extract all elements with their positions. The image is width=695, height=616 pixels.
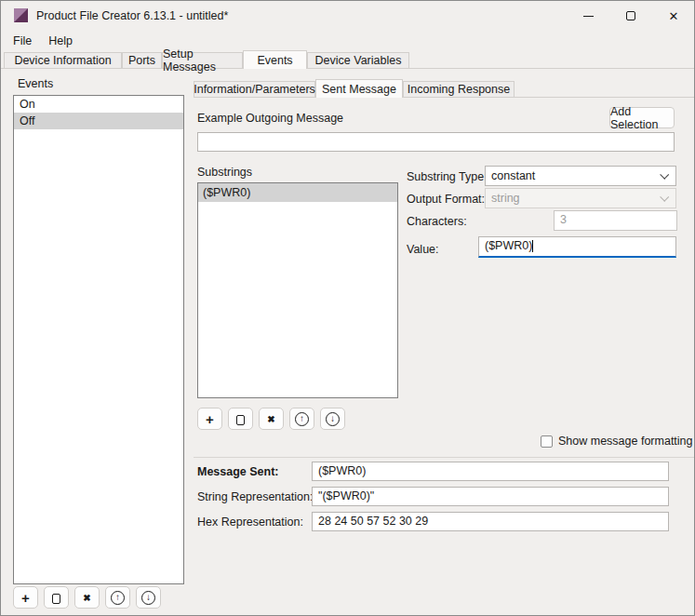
- show-message-formatting-row: Show message formatting: [541, 435, 693, 448]
- substring-item[interactable]: ($PWR0): [198, 183, 397, 202]
- example-outgoing-message-input[interactable]: [197, 132, 675, 152]
- text-caret: [532, 240, 533, 252]
- tab-device-information[interactable]: Device Information: [4, 52, 122, 68]
- message-sent-field: ($PWR0): [312, 462, 669, 481]
- app-window: Product File Creator 6.13.1 - untitled* …: [0, 0, 695, 616]
- events-add-button[interactable]: +: [13, 586, 38, 609]
- example-outgoing-message-label: Example Outgoing Message: [197, 112, 343, 125]
- duplicate-icon: [236, 415, 245, 425]
- output-format-label: Output Format:: [407, 193, 485, 206]
- tab-device-variables[interactable]: Device Variables: [307, 52, 409, 68]
- tab-ports[interactable]: Ports: [122, 52, 162, 68]
- close-icon: ✕: [669, 9, 679, 23]
- arrow-down-icon: ↓: [141, 591, 155, 605]
- events-delete-button[interactable]: ✖: [74, 586, 100, 609]
- arrow-up-icon: ↑: [111, 591, 125, 605]
- list-item-off[interactable]: Off: [14, 113, 183, 129]
- substring-move-up-button[interactable]: ↑: [289, 408, 314, 430]
- minimize-button[interactable]: [567, 1, 609, 31]
- list-item-on[interactable]: On: [14, 96, 183, 113]
- main-tab-bar: Device Information Ports Setup Messages …: [4, 50, 409, 69]
- value-input[interactable]: ($PWR0): [478, 236, 676, 258]
- title-bar: Product File Creator 6.13.1 - untitled* …: [1, 1, 694, 31]
- chevron-down-icon: [660, 170, 669, 180]
- substrings-label: Substrings: [197, 166, 252, 179]
- message-sent-label: Message Sent:: [197, 465, 279, 478]
- output-format-value: string: [491, 192, 520, 205]
- menu-help[interactable]: Help: [40, 32, 81, 50]
- substring-type-value: constant: [491, 169, 535, 182]
- chevron-down-icon: [660, 193, 669, 202]
- results-separator: [194, 457, 695, 458]
- plus-icon: +: [206, 412, 214, 426]
- window-title: Product File Creator 6.13.1 - untitled*: [36, 9, 228, 22]
- substring-move-down-button[interactable]: ↓: [320, 408, 345, 430]
- output-format-select: string: [485, 188, 676, 208]
- close-button[interactable]: ✕: [652, 1, 695, 31]
- show-message-formatting-label: Show message formatting: [558, 435, 693, 448]
- string-representation-field: "($PWR0)": [312, 487, 669, 506]
- add-selection-button[interactable]: Add Selection: [609, 107, 675, 128]
- substrings-list: ($PWR0): [197, 182, 398, 398]
- substring-type-select[interactable]: constant: [485, 166, 676, 186]
- arrow-down-icon: ↓: [326, 412, 340, 426]
- plus-icon: +: [21, 591, 30, 605]
- menu-file[interactable]: File: [5, 32, 40, 50]
- arrow-up-icon: ↑: [295, 412, 309, 426]
- events-duplicate-button[interactable]: [44, 586, 69, 609]
- maximize-button[interactable]: [609, 1, 652, 31]
- events-panel-title: Events: [18, 77, 53, 90]
- menu-bar: File Help: [5, 32, 81, 50]
- subtab-information-parameters[interactable]: Information/Parameters: [194, 81, 315, 97]
- sub-tab-bar: Information/Parameters Sent Message Inco…: [194, 79, 515, 98]
- delete-icon: ✖: [83, 593, 90, 603]
- events-list: On Off: [13, 95, 184, 584]
- subtab-incoming-response[interactable]: Incoming Response: [403, 81, 515, 97]
- substring-type-label: Substring Type:: [407, 170, 488, 183]
- value-label: Value:: [407, 243, 439, 256]
- hex-representation-field: 28 24 50 57 52 30 29: [312, 512, 669, 531]
- characters-input: 3: [554, 210, 677, 231]
- substrings-toolbar: + ✖ ↑ ↓: [197, 408, 345, 430]
- maximize-icon: [626, 11, 635, 20]
- tab-setup-messages[interactable]: Setup Messages: [162, 52, 243, 68]
- subtab-sent-message[interactable]: Sent Message: [315, 79, 403, 98]
- characters-label: Characters:: [407, 215, 467, 228]
- substring-delete-button[interactable]: ✖: [259, 408, 284, 430]
- string-representation-label: String Representation:: [197, 490, 313, 503]
- app-icon: [14, 8, 28, 22]
- tab-events[interactable]: Events: [243, 50, 307, 69]
- events-move-down-button[interactable]: ↓: [136, 586, 161, 609]
- value-input-text: ($PWR0): [485, 239, 532, 252]
- minimize-icon: [583, 16, 594, 17]
- events-toolbar: + ✖ ↑ ↓: [13, 586, 161, 609]
- duplicate-icon: [52, 594, 60, 604]
- substring-add-button[interactable]: +: [197, 408, 222, 430]
- events-move-up-button[interactable]: ↑: [105, 586, 130, 609]
- substring-duplicate-button[interactable]: [228, 408, 253, 430]
- hex-representation-label: Hex Representation:: [197, 516, 303, 529]
- show-message-formatting-checkbox[interactable]: [541, 435, 553, 448]
- delete-icon: ✖: [267, 414, 274, 424]
